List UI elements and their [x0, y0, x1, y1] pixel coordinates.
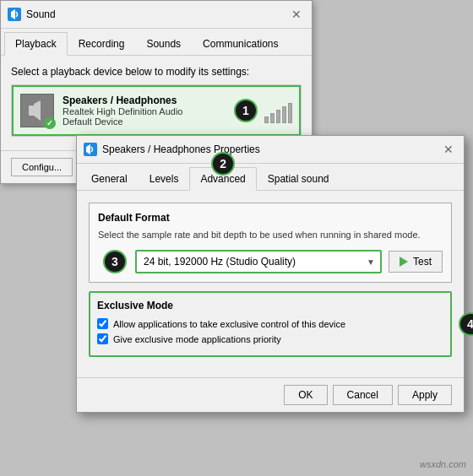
- tab-recording[interactable]: Recording: [68, 32, 136, 55]
- device-icon-wrap: ✓: [20, 94, 54, 127]
- exclusive-mode-wrap: Exclusive Mode Allow applications to tak…: [89, 291, 452, 357]
- badge-2: 2: [211, 152, 235, 176]
- ok-button[interactable]: OK: [284, 385, 327, 405]
- cancel-button[interactable]: Cancel: [333, 385, 393, 405]
- give-priority-row: Give exclusive mode applications priorit…: [97, 333, 443, 344]
- device-list: ✓ Speakers / Headphones Realtek High Def…: [11, 84, 302, 137]
- device-info: Speakers / Headphones Realtek High Defin…: [63, 95, 226, 127]
- sound-titlebar: Sound ✕: [1, 1, 312, 29]
- props-close-button[interactable]: ✕: [440, 141, 457, 158]
- test-button[interactable]: Test: [389, 251, 443, 273]
- vol-bar-3: [276, 110, 280, 123]
- vol-bar-5: [288, 103, 292, 123]
- props-buttons: OK Cancel Apply: [77, 377, 464, 412]
- format-dropdown-wrap: 24 bit, 192000 Hz (Studio Quality) 16 bi…: [135, 250, 382, 273]
- tab-sounds[interactable]: Sounds: [135, 32, 192, 55]
- tab-levels[interactable]: Levels: [139, 167, 190, 190]
- play-icon: [400, 257, 408, 267]
- default-format-desc: Select the sample rate and bit depth to …: [98, 229, 443, 241]
- vol-bar-2: [270, 113, 275, 123]
- sound-window-icon: [8, 8, 21, 21]
- watermark: wsxdn.com: [420, 459, 466, 469]
- svg-marker-3: [34, 100, 41, 121]
- exclusive-mode-title: Exclusive Mode: [97, 300, 443, 311]
- apply-button[interactable]: Apply: [398, 385, 452, 405]
- tab-playback[interactable]: Playback: [4, 32, 68, 56]
- vol-bar-4: [282, 106, 286, 123]
- device-status: Default Device: [63, 116, 226, 127]
- format-row: 24 bit, 192000 Hz (Studio Quality) 16 bi…: [135, 250, 443, 273]
- sound-tabs: Playback Recording Sounds Communications: [1, 29, 312, 56]
- device-item[interactable]: ✓ Speakers / Headphones Realtek High Def…: [12, 85, 301, 136]
- sound-instructions: Select a playback device below to modify…: [11, 66, 302, 78]
- default-check-icon: ✓: [44, 117, 56, 129]
- allow-exclusive-checkbox[interactable]: [97, 318, 108, 329]
- tab-communications[interactable]: Communications: [192, 32, 289, 55]
- test-label: Test: [413, 256, 432, 268]
- give-priority-label: Give exclusive mode applications priorit…: [113, 334, 281, 344]
- props-tabs: General Levels Advanced 2 Spatial sound: [77, 164, 464, 191]
- titlebar-left: Sound: [8, 8, 56, 21]
- default-format-title: Default Format: [98, 212, 443, 224]
- tab-general[interactable]: General: [80, 167, 139, 190]
- device-driver: Realtek High Definition Audio: [63, 106, 226, 116]
- sound-title: Sound: [26, 8, 56, 20]
- badge-3: 3: [103, 250, 127, 273]
- configure-button[interactable]: Configu...: [11, 158, 73, 176]
- format-row-wrap: 3 24 bit, 192000 Hz (Studio Quality) 16 …: [135, 250, 443, 273]
- props-titlebar-left: Speakers / Headphones Properties: [84, 143, 260, 156]
- tab-advanced-wrap: Advanced 2: [189, 164, 256, 190]
- badge-4: 4: [459, 312, 473, 336]
- tab-spatial-sound[interactable]: Spatial sound: [257, 167, 340, 190]
- device-right: 1: [234, 98, 292, 123]
- exclusive-mode-section: Exclusive Mode Allow applications to tak…: [89, 291, 452, 357]
- props-window-icon: [84, 143, 97, 156]
- allow-exclusive-label: Allow applications to take exclusive con…: [113, 319, 345, 329]
- props-title: Speakers / Headphones Properties: [102, 143, 260, 155]
- format-dropdown[interactable]: 24 bit, 192000 Hz (Studio Quality) 16 bi…: [137, 252, 380, 272]
- sound-close-button[interactable]: ✕: [288, 6, 305, 23]
- allow-exclusive-row: Allow applications to take exclusive con…: [97, 318, 443, 329]
- device-name: Speakers / Headphones: [63, 95, 226, 106]
- props-content: Default Format Select the sample rate an…: [77, 191, 464, 377]
- svg-rect-2: [29, 105, 34, 116]
- props-window: Speakers / Headphones Properties ✕ Gener…: [76, 135, 465, 413]
- sound-content: Select a playback device below to modify…: [1, 56, 312, 147]
- default-format-section: Default Format Select the sample rate an…: [89, 203, 452, 283]
- props-titlebar: Speakers / Headphones Properties ✕: [77, 136, 464, 164]
- volume-bars: [264, 98, 292, 123]
- give-priority-checkbox[interactable]: [97, 333, 108, 344]
- badge-1: 1: [234, 99, 258, 122]
- vol-bar-1: [264, 116, 269, 123]
